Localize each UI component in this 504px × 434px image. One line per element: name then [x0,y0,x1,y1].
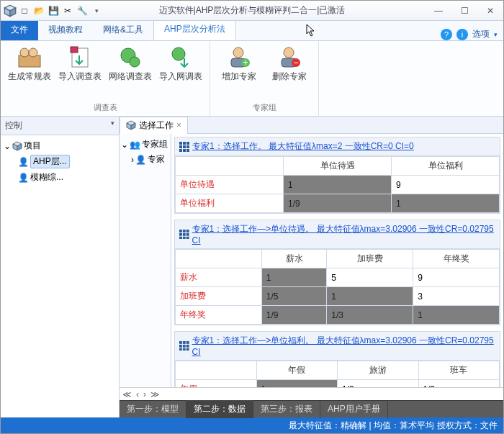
expert-tree-root[interactable]: ⌄👥专家组 [121,137,169,152]
expand-icon[interactable]: › [131,155,134,165]
pager-first-icon[interactable]: ≪ [122,389,132,399]
info-icon[interactable]: i [456,29,468,40]
grid-icon [179,142,189,152]
row-header: 年终奖 [176,306,262,325]
qat-cut[interactable]: ✂ [61,4,74,17]
svg-text:+: + [243,58,248,68]
status-auth: 授权方式：文件 [437,420,498,432]
btab-manual[interactable]: AHP用户手册 [320,400,388,418]
matrix-table-1[interactable]: 单位待遇单位福利 单位待遇19 单位福利1/91 [175,156,500,213]
matrix-table-3[interactable]: 年假旅游班车 年假11/31/9 [175,361,500,387]
cell[interactable]: 1 [284,176,392,194]
ribbon-group-experts-label: 专家组 [216,101,312,114]
cell[interactable]: 1 [392,194,500,213]
pager-prev-icon[interactable]: ‹ [136,389,139,399]
document-tab-bar: 选择工作 × [120,117,503,134]
expert-tree[interactable]: ⌄👥专家组 ›👤专家 [120,134,171,387]
matrix-table-2[interactable]: 薪水加班费年终奖 薪水159 加班费1/513 年终奖1/91/31 [175,249,500,325]
document-tab[interactable]: 选择工作 × [120,117,188,134]
svg-rect-7 [71,47,78,53]
svg-rect-30 [179,230,189,240]
block2-title[interactable]: 专家1：选择工作—>单位待遇。 最大特征值λmax=3.02906 一致性CR=… [192,223,495,245]
person-icon: 👤 [135,155,146,165]
tab-ahp[interactable]: AHP层次分析法 [153,18,236,40]
cell[interactable]: 1/9 [418,380,500,388]
minimize-button[interactable]: — [428,6,449,16]
net-survey-icon [118,45,143,70]
btn-import-survey[interactable]: 导入调查表 [57,44,103,101]
add-expert-icon: + [227,45,251,70]
options-dropdown-icon[interactable]: ▾ [494,31,498,38]
person-icon: 👤 [18,173,29,183]
col-header: 年终奖 [413,250,500,268]
expert-tree-child[interactable]: ›👤专家 [121,152,169,167]
col-header: 旅游 [338,361,419,380]
close-button[interactable]: ✕ [480,6,500,16]
block1-title[interactable]: 专家1：选择工作。 最大特征值λmax=2 一致性CR=0 CI=0 [192,140,414,153]
svg-rect-35 [179,341,189,351]
svg-point-9 [130,57,140,67]
cell[interactable]: 1/9 [284,194,392,213]
quick-access-toolbar: □ 📂 💾 ✂ 🔧 ▾ [4,4,103,17]
project-tree[interactable]: ⌄项目 👤AHP层... 👤模糊综... [1,135,119,417]
cell[interactable]: 1 [256,380,338,388]
import-net-survey-icon [168,45,193,70]
control-panel: 控制▾ ⌄项目 👤AHP层... 👤模糊综... [1,117,120,417]
options-label[interactable]: 选项 [472,28,490,40]
cell[interactable]: 1/3 [327,306,413,325]
tab-video[interactable]: 视频教程 [38,19,93,40]
maximize-button[interactable]: ☐ [454,6,474,16]
cell[interactable]: 9 [392,176,500,194]
svg-rect-25 [179,142,189,152]
qat-tools[interactable]: 🔧 [76,4,89,17]
btn-import-net-survey[interactable]: 导入网调表 [158,44,204,101]
help-icon[interactable]: ? [441,29,452,40]
ribbon-body: 生成常规表 导入调查表 网络调查表 导入网调表 调查表 +增加专家 −删除专家 … [1,41,503,117]
cell[interactable]: 1 [413,306,500,325]
ribbon-group-survey: 生成常规表 导入调查表 网络调查表 导入网调表 调查表 [1,41,210,116]
cell[interactable]: 1/9 [261,306,326,325]
pager-last-icon[interactable]: ≫ [150,389,160,399]
document-tab-close[interactable]: × [176,120,181,130]
tree-ahp[interactable]: 👤AHP层... [4,153,116,170]
cell[interactable]: 9 [413,268,500,287]
document-panel: 选择工作 × ⌄👥专家组 ›👤专家 专家1：选择工作。 最大特征值λmax=2 … [120,117,503,417]
cell[interactable]: 5 [327,268,413,287]
pager-next-icon[interactable]: › [143,389,146,399]
expand-icon[interactable]: ⌄ [4,141,11,151]
col-header: 单位福利 [392,157,500,176]
tree-root[interactable]: ⌄项目 [4,138,116,153]
svg-point-10 [172,48,185,60]
btab-data[interactable]: 第二步：数据 [186,400,253,418]
block3-title[interactable]: 专家1：选择工作—>单位福利。 最大特征值λmax=3.02906 一致性CR=… [192,335,495,357]
svg-rect-3 [19,55,40,67]
status-mean: | 均值：算术平均 [369,420,434,432]
btn-remove-expert[interactable]: −删除专家 [266,44,312,101]
btn-generate-table[interactable]: 生成常规表 [6,44,53,101]
qat-save[interactable]: 💾 [47,4,60,17]
qat-new[interactable]: □ [18,4,31,17]
btn-add-expert[interactable]: +增加专家 [216,44,262,101]
expand-icon[interactable]: ⌄ [121,140,128,150]
cell[interactable]: 1/3 [338,380,419,388]
tab-net[interactable]: 网络&工具 [93,19,153,40]
cell[interactable]: 1 [261,268,326,287]
btab-report[interactable]: 第三步：报表 [253,400,320,418]
content-area[interactable]: 专家1：选择工作。 最大特征值λmax=2 一致性CR=0 CI=0 单位待遇单… [171,134,503,387]
import-survey-icon [68,45,92,70]
qat-open[interactable]: 📂 [32,4,45,17]
person-icon: 👤 [18,157,29,167]
cell[interactable]: 1/5 [261,287,326,306]
tree-fuzzy[interactable]: 👤模糊综... [4,170,116,185]
remove-expert-icon: − [277,45,302,70]
qat-dropdown-icon[interactable]: ▾ [90,4,103,17]
btab-model[interactable]: 第一步：模型 [120,400,186,418]
group-icon: 👥 [130,140,140,150]
tab-file[interactable]: 文件 [1,19,38,40]
row-header: 加班费 [176,287,262,306]
ribbon-group-survey-label: 调查表 [6,101,204,114]
cell[interactable]: 3 [413,287,500,306]
control-panel-header: 控制▾ [1,117,119,135]
btn-net-survey[interactable]: 网络调查表 [107,44,153,101]
cell[interactable]: 1 [327,287,413,306]
